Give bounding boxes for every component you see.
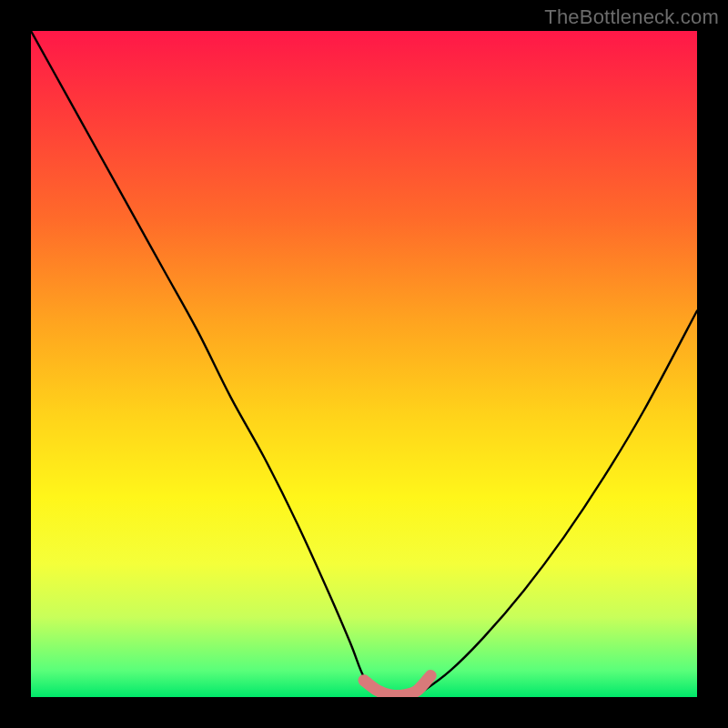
chart-frame: TheBottleneck.com [0, 0, 728, 728]
plot-area [31, 31, 697, 697]
highlight-band [364, 676, 430, 696]
curve-layer [31, 31, 697, 697]
watermark-text: TheBottleneck.com [544, 5, 719, 29]
bottleneck-curve [31, 31, 697, 697]
